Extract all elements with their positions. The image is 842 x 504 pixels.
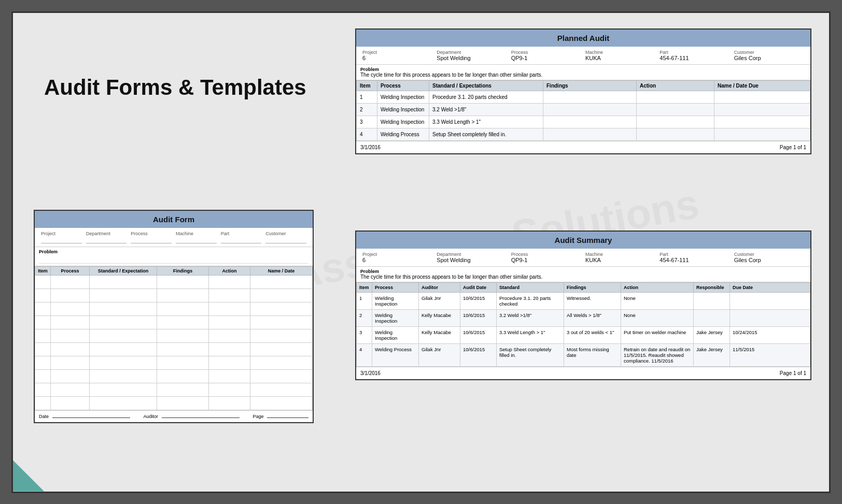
blank-name-date (250, 289, 313, 302)
project-value: 6 (362, 55, 366, 61)
sum-standard: 3.2 Weld >1/8" (497, 309, 564, 326)
blank-name-date (250, 383, 313, 396)
sum-findings: 3 out of 20 welds < 1" (564, 326, 621, 343)
customer-value: Giles Corp (734, 55, 761, 61)
sum-auditor: Kelly Macabe (419, 326, 460, 343)
blank-process (51, 315, 90, 329)
blank-name-date (250, 275, 313, 289)
blank-item (35, 302, 51, 315)
blank-action (209, 356, 250, 369)
sum-findings: Most forms missing date (564, 343, 621, 366)
blank-action (209, 315, 250, 329)
blank-standard (90, 302, 157, 315)
footer-date: 3/1/2016 (360, 145, 381, 150)
blank-table: Item Process Standard / Expectation Find… (35, 266, 313, 410)
blank-item (35, 329, 51, 342)
scol-due-date: Due Date (730, 282, 810, 292)
cell-process: Welding Inspection (377, 103, 429, 116)
blank-action (209, 289, 250, 302)
blank-findings (157, 396, 209, 410)
blank-standard (90, 315, 157, 329)
cell-item: 1 (357, 91, 377, 103)
blank-process: Process (129, 230, 174, 244)
summary-footer: 3/1/2016 Page 1 of 1 (356, 367, 810, 379)
blank-name-date (250, 315, 313, 329)
sum-item: 2 (357, 309, 372, 326)
table-row (35, 302, 313, 315)
table-row: 3 Welding Inspection 3.3 Weld Length > 1… (357, 116, 810, 128)
sum-standard: Procedure 3.1. 20 parts checked (497, 292, 564, 309)
blank-findings (157, 289, 209, 302)
sum-item: 3 (357, 326, 372, 343)
cell-name-date (714, 91, 810, 103)
blank-standard (90, 275, 157, 289)
summary-machine: Machine KUKA (583, 251, 657, 264)
sum-findings: All Welds > 1/8" (564, 309, 621, 326)
corner-accent (13, 460, 44, 492)
table-row: 3 Welding Inspection Kelly Macabe 10/6/2… (357, 326, 810, 343)
blank-name-date (250, 356, 313, 369)
cell-action (637, 91, 714, 103)
blank-col-name-date: Name / Date (250, 266, 313, 275)
customer-label: Customer (734, 50, 804, 55)
blank-item (35, 275, 51, 289)
blank-process (51, 329, 90, 342)
blank-standard (90, 289, 157, 302)
sum-process: Welding Inspection (372, 326, 419, 343)
table-row: 2 Welding Inspection Kelly Macabe 10/6/2… (357, 309, 810, 326)
scol-process: Process (372, 282, 419, 292)
blank-meta-row: Project Department Process Machine Part … (35, 228, 313, 247)
planned-audit-problem: Problem The cycle time for this process … (356, 65, 810, 80)
sum-action: Put timer on welder machine (621, 326, 694, 343)
planned-audit-table: Item Process Standard / Expectations Fin… (356, 80, 810, 141)
summary-part: Part 454-67-111 (657, 251, 732, 264)
blank-item (35, 289, 51, 302)
sum-due-date: 11/5/2015 (730, 343, 810, 366)
sum-process: Welding Process (372, 343, 419, 366)
cell-name-date (714, 128, 810, 140)
blank-item (35, 369, 51, 383)
blank-action (209, 369, 250, 383)
audit-form-blank: Audit Form Project Department Process Ma… (34, 210, 314, 423)
blank-standard (90, 396, 157, 410)
part-label: Part (659, 50, 729, 55)
blank-department: Department (84, 230, 129, 244)
blank-process (51, 275, 90, 289)
audit-summary-form: Audit Summary Project 6 Department Spot … (355, 231, 811, 380)
blank-name-date (250, 329, 313, 342)
table-row: 2 Welding Inspection 3.2 Weld >1/8" (357, 103, 810, 116)
scol-responsible: Responsible (694, 282, 730, 292)
machine-label: Machine (585, 50, 655, 55)
audit-form-blank-header: Audit Form (35, 211, 313, 228)
blank-standard (90, 329, 157, 342)
cell-standard: 3.3 Weld Length > 1" (429, 116, 543, 128)
sum-process: Welding Inspection (372, 309, 419, 326)
blank-col-standard: Standard / Expectation (90, 266, 157, 275)
cell-action (637, 103, 714, 116)
table-row (35, 329, 313, 342)
blank-project: Project (39, 230, 84, 244)
table-row (35, 396, 313, 410)
cell-action (637, 116, 714, 128)
summary-department: Department Spot Welding (434, 251, 509, 264)
sum-due-date (730, 292, 810, 309)
sum-date: 10/6/2015 (460, 292, 497, 309)
cell-action (637, 128, 714, 140)
sum-standard: Setup Sheet completely filled in. (497, 343, 564, 366)
summary-footer-date: 3/1/2016 (360, 370, 381, 376)
blank-standard (90, 342, 157, 356)
cell-item: 2 (357, 103, 377, 116)
sum-date: 10/6/2015 (460, 343, 497, 366)
blank-col-findings: Findings (157, 266, 209, 275)
sum-auditor: Gilak Jnr (419, 343, 460, 366)
table-row: 4 Welding Process Setup Sheet completely… (357, 128, 810, 140)
table-row (35, 383, 313, 396)
cell-process: Welding Inspection (377, 91, 429, 103)
blank-process (51, 396, 90, 410)
table-row (35, 275, 313, 289)
blank-process (51, 289, 90, 302)
blank-name-date (250, 302, 313, 315)
blank-item (35, 342, 51, 356)
sum-item: 4 (357, 343, 372, 366)
cell-name-date (714, 116, 810, 128)
